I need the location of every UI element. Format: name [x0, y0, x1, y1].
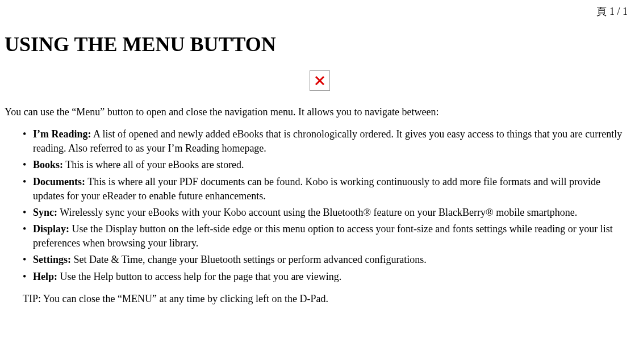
item-desc: This is where all of your eBooks are sto… [63, 159, 244, 170]
item-title: Help: [33, 271, 57, 282]
list-item: Settings: Set Date & Time, change your B… [23, 253, 628, 267]
page-indicator: 頁 1 / 1 [0, 0, 639, 19]
item-desc: Use the Help button to access help for t… [57, 271, 341, 282]
tip-text: TIP: You can close the “MENU” at any tim… [23, 292, 628, 306]
item-desc: Set Date & Time, change your Bluetooth s… [71, 254, 427, 265]
intro-text: You can use the “Menu” button to open an… [5, 105, 634, 119]
item-title: Documents: [33, 176, 85, 187]
broken-image-icon [310, 70, 330, 91]
list-item: Help: Use the Help button to access help… [23, 270, 628, 284]
list-item: I’m Reading: A list of opened and newly … [23, 127, 628, 156]
item-title: Display: [33, 223, 69, 235]
item-desc: Wirelessly sync your eBooks with your Ko… [57, 207, 577, 218]
item-title: I’m Reading: [33, 128, 91, 140]
list-item: Documents: This is where all your PDF do… [23, 175, 628, 203]
item-desc: A list of opened and newly added eBooks … [33, 128, 622, 154]
list-item: Sync: Wirelessly sync your eBooks with y… [23, 206, 628, 220]
list-item: Display: Use the Display button on the l… [23, 222, 628, 250]
page-title: USING THE MENU BUTTON [5, 30, 639, 58]
list-item: Books: This is where all of your eBooks … [23, 158, 628, 172]
item-desc: This is where all your PDF documents can… [33, 176, 600, 202]
item-title: Sync: [33, 207, 57, 218]
item-desc: Use the Display button on the left-side … [33, 223, 613, 249]
item-title: Settings: [33, 254, 71, 265]
item-title: Books: [33, 159, 63, 170]
menu-items-list: I’m Reading: A list of opened and newly … [23, 127, 628, 284]
broken-image-wrap [0, 70, 639, 95]
